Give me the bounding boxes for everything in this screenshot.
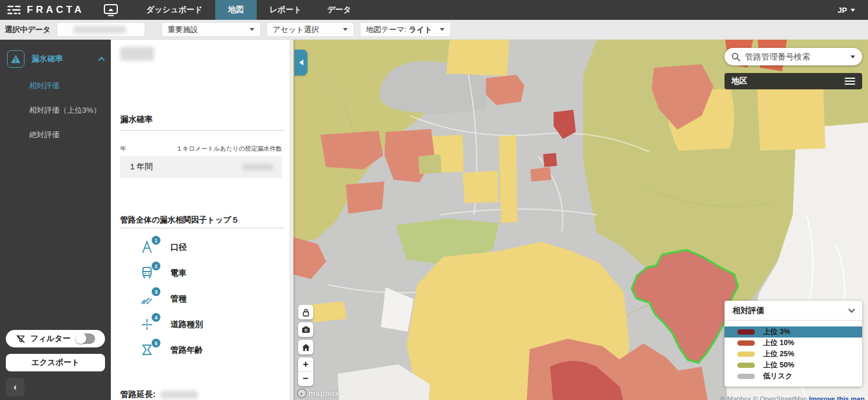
legend-row-top3[interactable]: 上位 3% <box>724 326 862 338</box>
brand-name: FRACTA <box>27 4 85 16</box>
redacted-value <box>242 164 274 171</box>
important-facility-label: 重要施設 <box>168 25 198 35</box>
chevron-left-icon <box>299 60 303 65</box>
home-icon <box>302 343 310 352</box>
home-control-button[interactable] <box>298 340 313 354</box>
main-nav-tabs: ダッシュボード 地図 レポート データ <box>134 0 365 20</box>
sidebar-group-leak-probability[interactable]: 漏水確率 <box>0 40 111 74</box>
export-button[interactable]: エクスポート <box>6 354 105 371</box>
legend-row-lowrisk[interactable]: 低リスク <box>724 371 862 382</box>
zoom-control: + − <box>298 357 313 386</box>
factor-row-2: 2 電車 <box>140 266 187 281</box>
filter-toggle-switch[interactable] <box>75 333 95 344</box>
filter-toggle-button[interactable]: フィルター <box>6 330 105 347</box>
redacted-value <box>160 391 198 399</box>
redacted-value <box>74 26 126 33</box>
filter-label: フィルター <box>30 333 71 344</box>
rank-badge: 1 <box>152 236 160 245</box>
prob-row-value: １年間 <box>128 162 153 172</box>
pipe-length-title: 管路延長: <box>120 389 156 400</box>
mapbox-logo[interactable]: ◐ mapbox <box>297 388 340 398</box>
leak-probability-heading: 漏水確率 <box>111 114 293 125</box>
tab-dashboard[interactable]: ダッシュボード <box>134 0 215 20</box>
zoom-out-button[interactable]: − <box>298 372 313 386</box>
legend-body: 上位 3% 上位 10% 上位 25% 上位 50% 低リスク <box>724 321 862 387</box>
pipe-age-icon: 5 <box>140 343 155 358</box>
rank-badge: 3 <box>152 287 160 296</box>
rank-badge: 4 <box>152 313 160 322</box>
sidebar-item-relative-eval[interactable]: 相対評価 <box>0 74 111 98</box>
prob-table-header: 年 １キロメートルあたりの想定漏水件数 <box>120 145 282 153</box>
factor-row-4: 4 道路種別 <box>140 317 203 332</box>
screenshot-control-button[interactable] <box>298 322 313 337</box>
locale-label: JP <box>838 6 847 15</box>
factor-row-3: 3 管種 <box>140 291 187 307</box>
legend-swatch <box>737 329 755 335</box>
chevron-down-icon <box>250 28 254 31</box>
sidebar-item-absolute-eval[interactable]: 絶対評価 <box>0 123 111 147</box>
toggle-knob <box>75 333 86 344</box>
export-label: エクスポート <box>32 357 80 368</box>
legend-swatch <box>737 374 755 379</box>
legend-row-top25[interactable]: 上位 25% <box>724 349 862 360</box>
filter-off-icon <box>16 334 26 344</box>
locale-switcher[interactable]: JP <box>838 6 868 15</box>
map-theme-dropdown[interactable]: 地図テーマ: ライト <box>360 22 451 37</box>
legend-row-top50[interactable]: 上位 50% <box>724 360 862 371</box>
camera-icon <box>302 326 310 333</box>
panel-scrollbar[interactable] <box>289 40 293 400</box>
tab-data[interactable]: データ <box>314 0 364 20</box>
legend-row-top10[interactable]: 上位 10% <box>724 338 862 349</box>
chevron-left-icon: ‹ <box>13 382 16 392</box>
divider <box>120 228 284 228</box>
asset-select-dropdown[interactable]: アセット選択 <box>267 22 354 37</box>
mapbox-icon: ◐ <box>297 388 307 398</box>
prob-table-row[interactable]: １年間 <box>120 156 282 178</box>
sidebar-collapse-button[interactable]: ‹ <box>6 378 24 396</box>
factor-label: 口径 <box>170 242 187 253</box>
legend-label: 低リスク <box>763 371 793 381</box>
pipe-material-icon: 3 <box>140 291 155 307</box>
pipe-search-box[interactable] <box>724 48 862 65</box>
road-type-icon: 4 <box>140 317 155 332</box>
legend-label: 上位 25% <box>763 349 794 359</box>
map-theme-label: 地図テーマ: <box>366 25 407 35</box>
lock-icon <box>302 308 310 316</box>
panel-collapse-tab[interactable] <box>295 50 307 75</box>
legend-swatch <box>737 363 755 368</box>
caliper-icon: 1 <box>140 240 155 255</box>
rank-badge: 5 <box>152 339 160 347</box>
divider <box>120 130 284 131</box>
col-year: 年 <box>120 145 127 153</box>
selected-data-field[interactable] <box>57 22 145 37</box>
factor-label: 管路年齢 <box>170 345 203 356</box>
chevron-down-icon <box>440 28 444 31</box>
train-icon: 2 <box>140 266 155 281</box>
sidebar-item-relative-eval-top3[interactable]: 相対評価（上位3%） <box>0 98 111 123</box>
district-layer-bar[interactable]: 地区 <box>724 73 862 89</box>
tab-map[interactable]: 地図 <box>215 0 257 20</box>
top-navbar: FRACTA ダッシュボード 地図 レポート データ JP <box>0 0 868 20</box>
factor-label: 管種 <box>170 294 187 304</box>
zoom-in-button[interactable]: + <box>298 357 313 371</box>
legend-header[interactable]: 相対評価 <box>724 301 862 321</box>
lock-control-button[interactable] <box>298 305 313 319</box>
chevron-up-icon <box>98 57 104 63</box>
legend-panel: 相対評価 上位 3% 上位 10% 上位 25% 上位 50% 低リス <box>724 301 862 387</box>
important-facility-dropdown[interactable]: 重要施設 <box>162 22 261 37</box>
attribution-text: © Mapbox © OpenStreetMap <box>720 395 807 400</box>
monitor-icon-button[interactable] <box>103 4 118 16</box>
map-canvas[interactable]: 地区 + − 相対評価 上位 3% <box>293 40 868 400</box>
left-sidebar: 漏水確率 相対評価 相対評価（上位3%） 絶対評価 フィルター エクスポート ‹ <box>0 40 111 400</box>
improve-map-link[interactable]: Improve this map <box>809 395 864 400</box>
legend-label: 上位 10% <box>763 338 794 348</box>
tab-report[interactable]: レポート <box>257 0 314 20</box>
search-input[interactable] <box>745 52 846 61</box>
pipe-length-heading: 管路延長: <box>111 389 293 400</box>
map-attribution: © Mapbox © OpenStreetMap Improve this ma… <box>720 395 864 400</box>
legend-label: 上位 3% <box>763 327 790 337</box>
legend-swatch <box>737 340 755 346</box>
sidebar-group-label: 漏水確率 <box>32 54 92 64</box>
brand[interactable]: FRACTA <box>0 4 93 16</box>
chevron-down-icon <box>848 306 855 312</box>
